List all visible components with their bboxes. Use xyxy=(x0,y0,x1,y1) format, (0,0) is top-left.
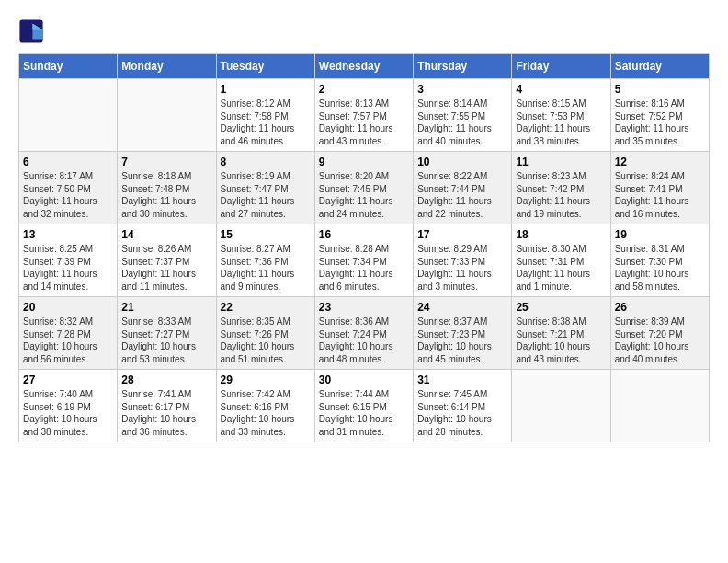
day-info: Sunrise: 8:29 AM Sunset: 7:33 PM Dayligh… xyxy=(417,243,507,293)
day-info: Sunrise: 8:32 AM Sunset: 7:28 PM Dayligh… xyxy=(23,316,113,365)
calendar-cell: 1Sunrise: 8:12 AM Sunset: 7:58 PM Daylig… xyxy=(216,79,314,152)
day-info: Sunrise: 8:30 AM Sunset: 7:31 PM Dayligh… xyxy=(516,243,606,293)
day-number: 21 xyxy=(121,301,211,314)
day-info: Sunrise: 8:28 AM Sunset: 7:34 PM Dayligh… xyxy=(319,243,409,293)
calendar: SundayMondayTuesdayWednesdayThursdayFrid… xyxy=(18,53,710,442)
calendar-cell: 22Sunrise: 8:35 AM Sunset: 7:26 PM Dayli… xyxy=(216,297,314,370)
weekday-header-row: SundayMondayTuesdayWednesdayThursdayFrid… xyxy=(19,54,710,79)
day-info: Sunrise: 8:26 AM Sunset: 7:37 PM Dayligh… xyxy=(121,243,211,293)
calendar-cell: 2Sunrise: 8:13 AM Sunset: 7:57 PM Daylig… xyxy=(314,79,413,152)
day-number: 14 xyxy=(121,228,211,241)
calendar-cell: 7Sunrise: 8:18 AM Sunset: 7:48 PM Daylig… xyxy=(118,152,216,224)
day-number: 20 xyxy=(23,301,113,314)
day-info: Sunrise: 8:15 AM Sunset: 7:53 PM Dayligh… xyxy=(516,98,606,147)
calendar-cell: 4Sunrise: 8:15 AM Sunset: 7:53 PM Daylig… xyxy=(512,79,610,152)
day-info: Sunrise: 7:41 AM Sunset: 6:17 PM Dayligh… xyxy=(121,388,211,438)
day-info: Sunrise: 8:25 AM Sunset: 7:39 PM Dayligh… xyxy=(23,243,113,293)
day-number: 22 xyxy=(221,301,311,314)
day-info: Sunrise: 8:20 AM Sunset: 7:45 PM Dayligh… xyxy=(319,170,409,220)
day-number: 1 xyxy=(221,83,311,96)
calendar-week-row: 27Sunrise: 7:40 AM Sunset: 6:19 PM Dayli… xyxy=(19,370,710,442)
weekday-header: Tuesday xyxy=(216,54,314,79)
day-info: Sunrise: 8:36 AM Sunset: 7:24 PM Dayligh… xyxy=(319,316,409,365)
day-number: 17 xyxy=(417,228,507,241)
calendar-week-row: 20Sunrise: 8:32 AM Sunset: 7:28 PM Dayli… xyxy=(19,297,710,370)
day-number: 19 xyxy=(615,228,705,241)
calendar-cell: 27Sunrise: 7:40 AM Sunset: 6:19 PM Dayli… xyxy=(19,370,118,442)
day-info: Sunrise: 8:18 AM Sunset: 7:48 PM Dayligh… xyxy=(121,170,211,220)
calendar-week-row: 6Sunrise: 8:17 AM Sunset: 7:50 PM Daylig… xyxy=(19,152,710,224)
day-info: Sunrise: 8:13 AM Sunset: 7:57 PM Dayligh… xyxy=(319,98,409,147)
calendar-week-row: 1Sunrise: 8:12 AM Sunset: 7:58 PM Daylig… xyxy=(19,79,710,152)
weekday-header: Saturday xyxy=(610,54,709,79)
calendar-cell: 13Sunrise: 8:25 AM Sunset: 7:39 PM Dayli… xyxy=(19,224,118,297)
calendar-cell: 9Sunrise: 8:20 AM Sunset: 7:45 PM Daylig… xyxy=(314,152,413,224)
calendar-cell: 15Sunrise: 8:27 AM Sunset: 7:36 PM Dayli… xyxy=(216,224,314,297)
calendar-cell: 11Sunrise: 8:23 AM Sunset: 7:42 PM Dayli… xyxy=(512,152,610,224)
weekday-header: Wednesday xyxy=(314,54,413,79)
day-number: 2 xyxy=(319,83,409,96)
calendar-cell: 3Sunrise: 8:14 AM Sunset: 7:55 PM Daylig… xyxy=(414,79,512,152)
calendar-cell: 8Sunrise: 8:19 AM Sunset: 7:47 PM Daylig… xyxy=(216,152,314,224)
day-number: 4 xyxy=(516,83,606,96)
day-number: 23 xyxy=(319,301,409,314)
calendar-week-row: 13Sunrise: 8:25 AM Sunset: 7:39 PM Dayli… xyxy=(19,224,710,297)
day-number: 28 xyxy=(121,373,211,386)
day-info: Sunrise: 8:24 AM Sunset: 7:41 PM Dayligh… xyxy=(615,170,705,220)
day-number: 26 xyxy=(615,301,705,314)
calendar-cell: 25Sunrise: 8:38 AM Sunset: 7:21 PM Dayli… xyxy=(512,297,610,370)
calendar-cell xyxy=(512,370,610,442)
day-number: 24 xyxy=(417,301,507,314)
day-info: Sunrise: 8:37 AM Sunset: 7:23 PM Dayligh… xyxy=(417,316,507,365)
calendar-cell: 20Sunrise: 8:32 AM Sunset: 7:28 PM Dayli… xyxy=(19,297,118,370)
day-info: Sunrise: 7:42 AM Sunset: 6:16 PM Dayligh… xyxy=(221,388,311,438)
calendar-cell: 29Sunrise: 7:42 AM Sunset: 6:16 PM Dayli… xyxy=(216,370,314,442)
day-info: Sunrise: 8:27 AM Sunset: 7:36 PM Dayligh… xyxy=(221,243,311,293)
day-number: 18 xyxy=(516,228,606,241)
calendar-cell: 14Sunrise: 8:26 AM Sunset: 7:37 PM Dayli… xyxy=(118,224,216,297)
calendar-cell: 30Sunrise: 7:44 AM Sunset: 6:15 PM Dayli… xyxy=(314,370,413,442)
day-number: 29 xyxy=(221,373,311,386)
calendar-cell: 23Sunrise: 8:36 AM Sunset: 7:24 PM Dayli… xyxy=(314,297,413,370)
calendar-cell: 5Sunrise: 8:16 AM Sunset: 7:52 PM Daylig… xyxy=(610,79,709,152)
calendar-cell: 26Sunrise: 8:39 AM Sunset: 7:20 PM Dayli… xyxy=(610,297,709,370)
day-info: Sunrise: 8:39 AM Sunset: 7:20 PM Dayligh… xyxy=(615,316,705,365)
day-info: Sunrise: 8:33 AM Sunset: 7:27 PM Dayligh… xyxy=(121,316,211,365)
day-info: Sunrise: 7:45 AM Sunset: 6:14 PM Dayligh… xyxy=(417,388,507,438)
day-number: 31 xyxy=(417,373,507,386)
day-number: 3 xyxy=(417,83,507,96)
day-number: 6 xyxy=(23,155,113,168)
day-number: 30 xyxy=(319,373,409,386)
calendar-cell xyxy=(19,79,118,152)
day-info: Sunrise: 8:16 AM Sunset: 7:52 PM Dayligh… xyxy=(615,98,705,147)
day-info: Sunrise: 7:44 AM Sunset: 6:15 PM Dayligh… xyxy=(319,388,409,438)
day-number: 25 xyxy=(516,301,606,314)
day-info: Sunrise: 8:31 AM Sunset: 7:30 PM Dayligh… xyxy=(615,243,705,293)
day-info: Sunrise: 8:22 AM Sunset: 7:44 PM Dayligh… xyxy=(417,170,507,220)
day-info: Sunrise: 8:35 AM Sunset: 7:26 PM Dayligh… xyxy=(221,316,311,365)
calendar-cell xyxy=(118,79,216,152)
calendar-cell: 18Sunrise: 8:30 AM Sunset: 7:31 PM Dayli… xyxy=(512,224,610,297)
calendar-cell: 6Sunrise: 8:17 AM Sunset: 7:50 PM Daylig… xyxy=(19,152,118,224)
calendar-cell: 21Sunrise: 8:33 AM Sunset: 7:27 PM Dayli… xyxy=(118,297,216,370)
day-number: 12 xyxy=(615,155,705,168)
weekday-header: Monday xyxy=(118,54,216,79)
calendar-cell xyxy=(610,370,709,442)
logo xyxy=(18,18,48,44)
logo-icon xyxy=(18,18,44,44)
day-info: Sunrise: 8:14 AM Sunset: 7:55 PM Dayligh… xyxy=(417,98,507,147)
day-info: Sunrise: 8:19 AM Sunset: 7:47 PM Dayligh… xyxy=(221,170,311,220)
calendar-cell: 12Sunrise: 8:24 AM Sunset: 7:41 PM Dayli… xyxy=(610,152,709,224)
day-number: 15 xyxy=(221,228,311,241)
day-info: Sunrise: 8:12 AM Sunset: 7:58 PM Dayligh… xyxy=(221,98,311,147)
calendar-cell: 19Sunrise: 8:31 AM Sunset: 7:30 PM Dayli… xyxy=(610,224,709,297)
day-number: 8 xyxy=(221,155,311,168)
day-number: 5 xyxy=(615,83,705,96)
day-number: 10 xyxy=(417,155,507,168)
calendar-cell: 10Sunrise: 8:22 AM Sunset: 7:44 PM Dayli… xyxy=(414,152,512,224)
calendar-cell: 28Sunrise: 7:41 AM Sunset: 6:17 PM Dayli… xyxy=(118,370,216,442)
calendar-cell: 17Sunrise: 8:29 AM Sunset: 7:33 PM Dayli… xyxy=(414,224,512,297)
calendar-cell: 24Sunrise: 8:37 AM Sunset: 7:23 PM Dayli… xyxy=(414,297,512,370)
day-number: 7 xyxy=(121,155,211,168)
calendar-cell: 16Sunrise: 8:28 AM Sunset: 7:34 PM Dayli… xyxy=(314,224,413,297)
